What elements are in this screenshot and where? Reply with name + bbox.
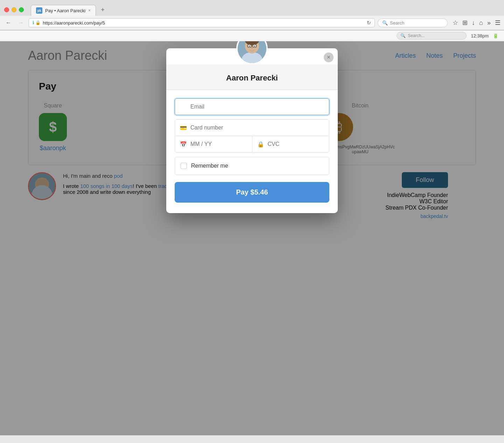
url-text: https://aaronparecki.com/pay/5	[43, 20, 365, 26]
reading-list-icon[interactable]: ⊞	[462, 19, 468, 27]
browser-tab[interactable]: pk Pay • Aaron Parecki ×	[31, 5, 96, 16]
card-cvc-input[interactable]	[268, 141, 324, 147]
system-bar: 🔍 Search... 12:38pm 🔋	[0, 30, 504, 41]
menu-icon[interactable]: ☰	[495, 19, 500, 27]
svg-point-11	[251, 47, 253, 49]
modal-avatar-container	[166, 41, 338, 64]
tab-close-button[interactable]: ×	[88, 8, 91, 13]
browser-nav-icons: ☆ ⊞ ↓ ⌂ » ☰	[453, 19, 500, 27]
modal-overlay: × Aaron Parecki ✉ 💳	[0, 41, 504, 435]
traffic-lights	[4, 7, 24, 12]
card-cvc-field: 🔒	[252, 136, 329, 152]
system-search-icon: 🔍	[400, 33, 406, 38]
lock-icon: 🔒	[257, 141, 264, 148]
svg-point-6	[249, 45, 250, 47]
remember-me-group: Remember me	[175, 157, 329, 175]
search-icon: 🔍	[382, 20, 388, 26]
payment-modal: × Aaron Parecki ✉ 💳	[166, 48, 338, 213]
close-button[interactable]	[4, 7, 9, 12]
system-search[interactable]: 🔍 Search...	[397, 32, 467, 40]
search-label: Search	[390, 20, 404, 26]
more-icon[interactable]: »	[487, 19, 491, 27]
lock-icon: ℹ 🔒	[33, 20, 41, 25]
email-input-group: ✉	[175, 98, 329, 115]
card-date-input[interactable]	[190, 141, 246, 147]
bookmark-icon[interactable]: ☆	[453, 19, 458, 27]
download-icon[interactable]: ↓	[472, 19, 475, 27]
system-time: 12:38pm	[471, 33, 489, 38]
nav-bar: ← → ℹ 🔒 https://aaronparecki.com/pay/5 ↻…	[0, 16, 504, 30]
battery-icon: 🔋	[493, 33, 498, 38]
modal-avatar	[236, 41, 268, 64]
page-content: Aaron Parecki Articles Notes Projects Pa…	[0, 41, 504, 435]
remember-me-checkbox[interactable]	[181, 163, 187, 169]
back-button[interactable]: ←	[4, 18, 13, 28]
avatar-image	[238, 41, 266, 64]
reload-button[interactable]: ↻	[367, 20, 371, 26]
browser-search-bar[interactable]: 🔍 Search	[378, 19, 448, 27]
tab-favicon: pk	[36, 7, 42, 14]
home-icon[interactable]: ⌂	[479, 19, 483, 27]
calendar-icon: 📅	[180, 141, 187, 148]
new-tab-button[interactable]: +	[97, 4, 108, 16]
card-input-group: 💳 📅 🔒	[175, 119, 329, 153]
modal-body: ✉ 💳 📅	[166, 90, 338, 203]
forward-button[interactable]: →	[16, 18, 26, 28]
card-date-field: 📅	[175, 136, 252, 152]
pay-button[interactable]: Pay $5.46	[175, 182, 329, 203]
tab-title: Pay • Aaron Parecki	[45, 8, 85, 13]
minimize-button[interactable]	[12, 7, 16, 12]
svg-point-7	[254, 45, 255, 47]
card-number-input[interactable]	[190, 125, 323, 131]
card-icon: 💳	[180, 125, 187, 131]
maximize-button[interactable]	[19, 7, 24, 12]
modal-person-name: Aaron Parecki	[173, 73, 331, 83]
remember-me-label: Remember me	[191, 163, 228, 169]
address-bar[interactable]: ℹ 🔒 https://aaronparecki.com/pay/5 ↻	[29, 18, 375, 27]
browser-chrome: pk Pay • Aaron Parecki × + ← → ℹ 🔒 https…	[0, 0, 504, 30]
system-search-placeholder: Search...	[408, 33, 425, 38]
email-input-wrapper: ✉	[175, 98, 329, 115]
card-number-row: 💳	[175, 120, 329, 136]
card-row2: 📅 🔒	[175, 136, 329, 152]
tab-bar: pk Pay • Aaron Parecki × +	[31, 4, 108, 16]
modal-header: Aaron Parecki	[166, 64, 338, 90]
email-input[interactable]	[175, 98, 329, 115]
